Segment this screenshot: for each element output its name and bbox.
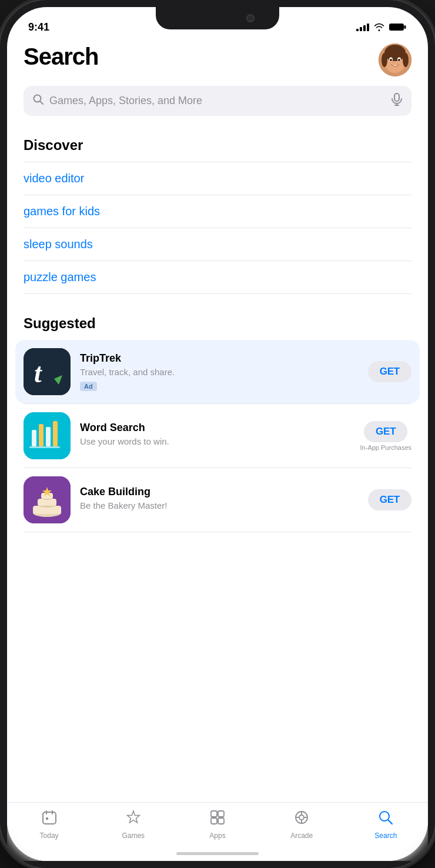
cakebuilding-info: Cake Building Be the Bakery Master! [80,486,359,514]
games-icon [126,810,141,829]
avatar[interactable] [379,44,411,76]
suggested-section: Suggested t [24,315,411,532]
discover-list: video editor games for kids sleep sounds… [24,162,411,294]
battery-icon [389,23,407,31]
tab-item-apps[interactable]: Apps [197,810,238,840]
svg-rect-40 [218,818,224,824]
mic-icon[interactable] [392,93,402,109]
svg-rect-13 [394,94,399,101]
triptrek-info: TripTrek Travel, track, and share. Ad [80,352,359,391]
app-row-cakebuilding: Cake Building Be the Bakery Master! GET [24,468,411,532]
home-indicator [176,852,259,855]
tab-label-arcade: Arcade [290,832,313,840]
tab-item-search[interactable]: Search [365,810,406,840]
wordsearch-get-wrap: GET In-App Purchases [360,421,411,451]
arcade-icon [294,810,309,829]
notch [156,7,279,29]
tab-item-games[interactable]: Games [113,810,154,840]
wordsearch-icon [24,412,71,459]
svg-rect-33 [43,812,56,824]
tab-label-games: Games [122,832,145,840]
app-row-triptrek: t TripTrek Travel, track, and share. Ad … [15,340,420,403]
wordsearch-get-button[interactable]: GET [364,421,407,442]
triptrek-subtitle: Travel, track, and share. [80,367,359,377]
avatar-image [379,44,411,76]
discover-item-video-editor[interactable]: video editor [24,162,411,195]
svg-rect-1 [404,25,406,29]
tab-item-arcade[interactable]: Arcade [281,810,322,840]
svg-line-48 [389,820,393,824]
app-row-wordsearch: Word Search Use your words to win. GET I… [24,403,411,468]
discover-section-title: Discover [24,137,411,153]
suggested-section-title: Suggested [24,315,411,332]
triptrek-get-button[interactable]: GET [368,361,411,382]
discover-item-sleep-sounds[interactable]: sleep sounds [24,228,411,261]
svg-rect-39 [211,818,217,824]
tab-label-search: Search [374,832,397,840]
tab-item-today[interactable]: Today [29,810,70,840]
phone-frame: 9:41 [0,0,435,868]
main-content: Search [7,39,428,808]
search-bar[interactable]: Games, Apps, Stories, and More [24,86,411,116]
wifi-icon [374,23,384,31]
wordsearch-info: Word Search Use your words to win. [80,422,351,450]
triptrek-icon: t [24,348,71,395]
wordsearch-subtitle: Use your words to win. [80,436,351,446]
today-icon [42,810,57,829]
svg-rect-23 [53,421,58,446]
svg-point-9 [390,59,392,61]
svg-rect-0 [389,24,404,31]
status-icons [356,23,407,31]
wordsearch-name: Word Search [80,422,351,434]
cakebuilding-get-button[interactable]: GET [368,489,411,510]
signal-bars-icon [356,23,369,31]
cakebuilding-name: Cake Building [80,486,359,498]
svg-text:t: t [34,358,42,388]
svg-point-10 [398,59,400,61]
search-tab-icon [378,810,393,829]
svg-rect-37 [211,811,217,817]
discover-item-games-for-kids[interactable]: games for kids [24,195,411,228]
svg-rect-24 [29,446,60,448]
svg-point-47 [380,812,389,821]
suggested-list: t TripTrek Travel, track, and share. Ad … [24,340,411,532]
cakebuilding-subtitle: Be the Bakery Master! [80,500,359,510]
svg-line-12 [40,101,43,104]
search-placeholder: Games, Apps, Stories, and More [49,95,386,107]
triptrek-name: TripTrek [80,352,359,365]
discover-item-puzzle-games[interactable]: puzzle games [24,261,411,294]
svg-point-4 [384,45,406,61]
svg-point-5 [382,53,387,67]
cakebuilding-icon [24,476,71,523]
camera-dot [246,14,255,22]
page-title: Search [24,44,98,70]
apps-icon [210,810,225,829]
page-header: Search [24,39,411,76]
search-icon-left [33,94,44,108]
status-time: 9:41 [28,21,49,34]
svg-rect-36 [46,817,48,820]
phone-screen: 9:41 [7,7,428,861]
svg-rect-20 [32,430,36,446]
svg-rect-16 [24,348,71,395]
svg-point-6 [403,53,409,67]
svg-rect-21 [39,424,44,446]
discover-section: Discover video editor games for kids sle… [24,137,411,294]
triptrek-ad-badge: Ad [80,382,97,391]
svg-point-42 [299,815,304,820]
tab-label-apps: Apps [209,832,225,840]
svg-rect-38 [218,811,224,817]
tab-label-today: Today [40,832,59,840]
svg-rect-22 [46,427,51,446]
wordsearch-inapp-label: In-App Purchases [360,444,411,451]
